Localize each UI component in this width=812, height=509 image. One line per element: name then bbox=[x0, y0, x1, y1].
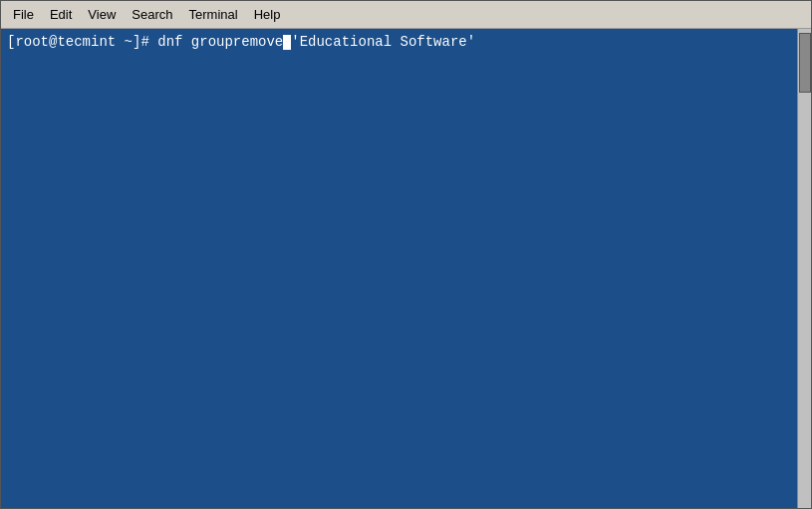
terminal-window: File Edit View Search Terminal Help [roo… bbox=[0, 0, 812, 509]
terminal-prompt: [root@tecmint ~]# bbox=[7, 33, 157, 53]
menubar: File Edit View Search Terminal Help bbox=[1, 1, 811, 29]
terminal-command: dnf groupremove bbox=[157, 33, 283, 53]
scrollbar[interactable] bbox=[797, 29, 811, 508]
menu-file[interactable]: File bbox=[5, 5, 42, 24]
terminal-argument: 'Educational Software' bbox=[291, 33, 475, 53]
menu-search[interactable]: Search bbox=[124, 5, 180, 24]
terminal-body[interactable]: [root@tecmint ~]# dnf groupremove'Educat… bbox=[1, 29, 811, 508]
menu-help[interactable]: Help bbox=[246, 5, 289, 24]
menu-view[interactable]: View bbox=[80, 5, 124, 24]
menu-edit[interactable]: Edit bbox=[42, 5, 80, 24]
menu-terminal[interactable]: Terminal bbox=[181, 5, 246, 24]
terminal-cursor bbox=[283, 35, 291, 50]
scrollbar-thumb[interactable] bbox=[799, 33, 811, 93]
terminal-line: [root@tecmint ~]# dnf groupremove'Educat… bbox=[7, 33, 805, 53]
